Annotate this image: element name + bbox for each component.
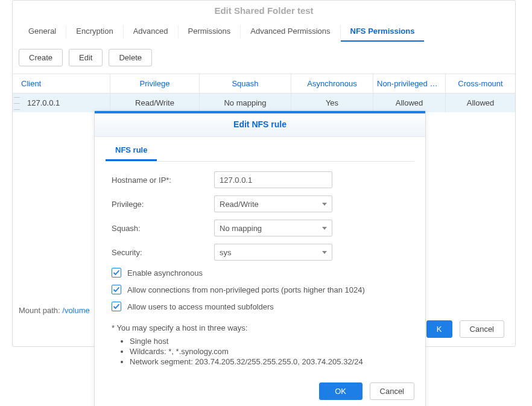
chevron-down-icon [322,203,327,206]
col-client[interactable]: Client [13,74,110,93]
tab-nfs-rule[interactable]: NFS rule [106,141,157,161]
col-asynchronous[interactable]: Asynchronous [291,74,373,93]
row-hostname: Hostname or IP*: [95,168,425,192]
tabs: General Encryption Advanced Permissions … [13,22,515,42]
checkbox-allow-nonpriv[interactable] [112,285,121,294]
cell-asynchronous: Yes [291,94,373,112]
tab-encryption[interactable]: Encryption [66,22,122,42]
tab-nfs-permissions[interactable]: NFS Permissions [341,22,425,42]
tab-permissions[interactable]: Permissions [179,22,241,42]
cancel-button[interactable]: Cancel [370,382,414,400]
host-spec-note: * You may specify a host in three ways: … [95,315,425,369]
cell-client-value: 127.0.0.1 [27,98,60,107]
delete-button[interactable]: Delete [109,49,152,66]
mount-path-label: Mount path: [19,306,62,315]
row-enable-async: Enable asynchronous [95,264,425,281]
checkbox-allow-subfolders[interactable] [112,302,121,311]
cell-client: ——— 127.0.0.1 [13,94,110,112]
security-value: sys [220,248,232,257]
cell-cross-mount: Allowed [446,94,515,112]
note-item-network: Network segment: 203.74.205.32/255.255.2… [130,357,408,367]
label-allow-nonpriv: Allow connections from non-privileged po… [127,285,365,294]
label-squash: Squash: [112,224,214,233]
table-header-row: Client Privilege Squash Asynchronous Non… [13,74,515,94]
create-button[interactable]: Create [19,49,63,66]
chevron-down-icon [322,251,327,254]
col-squash[interactable]: Squash [200,74,291,93]
label-allow-subfolders: Allow users to access mounted subfolders [127,302,274,311]
sub-tabs: NFS rule [95,141,425,161]
main-dialog-buttons: K Cancel [426,320,504,338]
cell-privilege: Read/Write [110,94,200,112]
chevron-down-icon [322,227,327,230]
privilege-value: Read/Write [220,200,259,209]
squash-value: No mapping [220,224,262,233]
col-non-privileged[interactable]: Non-privileged p… [373,74,446,93]
checkbox-enable-async[interactable] [112,268,121,278]
check-icon [113,303,120,310]
label-privilege: Privilege: [112,200,214,209]
privilege-select[interactable]: Read/Write [214,195,332,212]
sub-dialog-buttons: OK Cancel [95,369,425,406]
row-squash: Squash: No mapping [95,216,425,240]
toolbar: Create Edit Delete [13,42,515,74]
dialog-title: Edit Shared Folder test [13,1,515,22]
check-icon [113,269,120,276]
note-item-single: Single host [130,336,408,346]
ok-button[interactable]: K [426,320,452,338]
cancel-button[interactable]: Cancel [460,320,504,338]
label-security: Security: [112,248,214,257]
cell-squash: No mapping [200,94,291,112]
label-enable-async: Enable asynchronous [127,268,203,278]
tab-general[interactable]: General [19,22,66,42]
check-icon [113,286,120,293]
squash-select[interactable]: No mapping [214,220,332,236]
mount-path-value: /volume [62,306,90,315]
sub-dialog-title: Edit NFS rule [95,113,425,137]
hostname-input[interactable] [214,171,332,188]
tab-advanced[interactable]: Advanced [124,22,178,42]
edit-button[interactable]: Edit [69,49,103,66]
note-intro: * You may specify a host in three ways: [112,323,408,332]
note-item-wildcards: Wildcards: *, *.synology.com [130,346,408,357]
security-select[interactable]: sys [214,244,332,261]
row-allow-nonpriv: Allow connections from non-privileged po… [95,281,425,298]
cell-non-privileged: Allowed [373,94,446,112]
label-hostname: Hostname or IP*: [112,176,214,185]
col-privilege[interactable]: Privilege [110,74,200,93]
tab-advanced-permissions[interactable]: Advanced Permissions [241,22,340,42]
mount-path: Mount path: /volume [19,306,90,315]
row-privilege: Privilege: Read/Write [95,192,425,216]
edit-nfs-rule-dialog: Edit NFS rule NFS rule Hostname or IP*: … [94,110,426,406]
col-cross-mount[interactable]: Cross-mount [446,74,515,93]
row-allow-subfolders: Allow users to access mounted subfolders [95,298,425,315]
row-security: Security: sys [95,240,425,264]
drag-handle-icon[interactable]: ——— [14,94,20,112]
ok-button[interactable]: OK [319,382,363,400]
table-row[interactable]: ——— 127.0.0.1 Read/Write No mapping Yes … [13,94,515,112]
